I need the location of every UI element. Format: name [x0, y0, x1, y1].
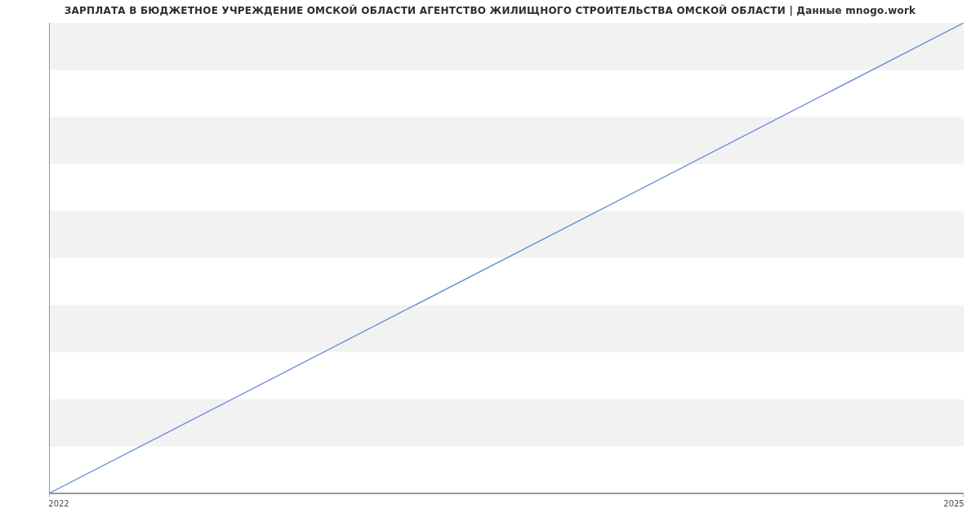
grid-band	[49, 306, 964, 353]
chart-title: ЗАРПЛАТА В БЮДЖЕТНОЕ УЧРЕЖДЕНИЕ ОМСКОЙ О…	[0, 5, 980, 16]
x-tick-label: 2025	[943, 499, 964, 508]
grid-band	[49, 23, 964, 70]
chart-svg: 4000042000440004600048000500005200054000…	[49, 23, 964, 521]
plot-area: 4000042000440004600048000500005200054000…	[49, 23, 964, 493]
grid-band	[49, 211, 964, 258]
grid-band	[49, 117, 964, 164]
x-tick-label: 2022	[49, 499, 69, 508]
chart-container: ЗАРПЛАТА В БЮДЖЕТНОЕ УЧРЕЖДЕНИЕ ОМСКОЙ О…	[0, 0, 980, 531]
